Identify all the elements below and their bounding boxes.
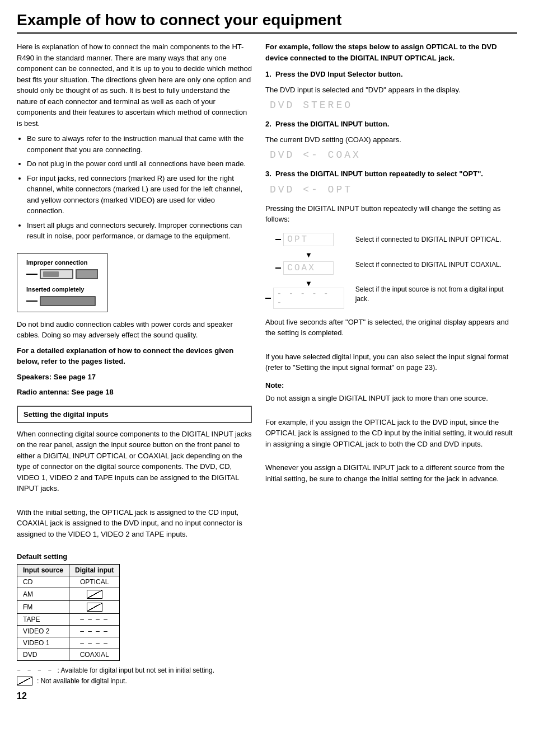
flow-desc-coax: Select if connected to DIGITAL INPUT COA… <box>355 260 517 270</box>
flow-arrow-down-1: ▼ <box>297 251 312 259</box>
table-row: VIDEO 1 – – – – <box>17 637 120 649</box>
step2-number: 2. <box>265 120 271 128</box>
step3-header: 3. Press the DIGITAL INPUT button repeat… <box>265 168 517 180</box>
speakers-ref: Speakers: See page 17 <box>17 372 252 383</box>
table-cell-source: TAPE <box>17 614 69 626</box>
flow-arrow-down-2: ▼ <box>297 279 312 288</box>
flow-descriptions: Select if connected to DIGITAL INPUT OPT… <box>355 231 517 311</box>
list-item: Be sure to always refer to the instructi… <box>27 133 252 155</box>
step1-number: 1. <box>265 70 271 78</box>
step2-header: 2. Press the DIGITAL INPUT button. <box>265 119 517 130</box>
legend-diagonal-meaning: : Not available for digital input. <box>37 677 127 685</box>
improper-label: Improper connection <box>26 259 98 266</box>
detailed-ref: For a detailed explanation of how to con… <box>17 345 252 367</box>
table-cell-source: VIDEO 2 <box>17 626 69 637</box>
table-cell-source: VIDEO 1 <box>17 637 69 649</box>
diagonal-symbol <box>87 590 102 599</box>
legend-dash-symbol: – – – – <box>17 666 53 674</box>
flow-item-none: - - - - - - <box>265 288 344 309</box>
bullet-list: Be sure to always refer to the instructi… <box>27 133 252 242</box>
flow-display-opt: OPT <box>283 233 334 246</box>
step1-header: 1. Press the DVD Input Selector button. <box>265 69 517 80</box>
flow-display-none: - - - - - - <box>273 288 344 309</box>
page-title: Example of how to connect your equipment <box>17 11 517 34</box>
note-1: Do not assign a single DIGITAL INPUT jac… <box>265 393 517 404</box>
table-cell-source: AM <box>17 588 69 601</box>
table-cell-input <box>69 601 120 614</box>
table-header-input: Digital input <box>69 565 120 576</box>
flow-desc-none: Select if the input source is not from a… <box>355 285 517 304</box>
note-3: Whenever you assign a DIGITAL INPUT jack… <box>265 462 517 484</box>
dash-line: – – – – <box>80 616 109 623</box>
dash-line: – – – – <box>80 639 109 647</box>
legend-diagonal-symbol <box>17 677 32 685</box>
inserted-label: Inserted completely <box>26 286 98 293</box>
flow-desc-opt: Select if connected to DIGITAL INPUT OPT… <box>355 235 517 245</box>
after-flow-1: About five seconds after "OPT" is select… <box>265 317 517 339</box>
step1-display-text: DVD STEREO <box>270 100 353 111</box>
step3-display-text: DVD <- OPT <box>270 184 353 195</box>
flow-displays: OPT ▼ COAX ▼ - - - - - - <box>265 231 344 311</box>
list-item: Insert all plugs and connectors securely… <box>27 220 252 242</box>
step1-desc: The DVD input is selected and "DVD" appe… <box>265 84 517 96</box>
note-title: Note: <box>265 380 517 391</box>
table-cell-input <box>69 588 120 601</box>
flow-description: Pressing the DIGITAL INPUT button repeat… <box>265 203 517 225</box>
right-intro: For example, follow the steps below to a… <box>265 41 517 63</box>
note-2: For example, if you assign the OPTICAL j… <box>265 417 517 450</box>
table-row: AM <box>17 588 120 601</box>
section-box-digital-inputs: Setting the digital inputs <box>17 406 252 423</box>
table-row: TAPE – – – – <box>17 614 120 626</box>
table-cell-source: DVD <box>17 649 69 661</box>
right-column: For example, follow the steps below to a… <box>265 41 517 701</box>
table-row: FM <box>17 601 120 614</box>
flow-item-coax: COAX <box>275 259 334 277</box>
digital-inputs-para1: When connecting digital source component… <box>17 429 252 494</box>
table-cell-source: FM <box>17 601 69 614</box>
bind-note: Do not bind audio connection cables with… <box>17 319 252 341</box>
table-cell-input: COAXIAL <box>69 649 120 661</box>
table-cell-input: OPTICAL <box>69 576 120 588</box>
table-row: CD OPTICAL <box>17 576 120 588</box>
table-cell-input: – – – – <box>69 637 120 649</box>
dash-line: – – – – <box>80 627 109 635</box>
step1-title: Press the DVD Input Selector button. <box>275 70 403 78</box>
table-cell-input: – – – – <box>69 614 120 626</box>
step1-display: DVD STEREO <box>265 100 517 111</box>
step3-title: Press the DIGITAL INPUT button repeatedl… <box>275 170 483 178</box>
default-setting-title: Default setting <box>17 552 252 561</box>
flow-display-coax: COAX <box>283 261 334 275</box>
legend-row-diagonal: : Not available for digital input. <box>17 677 252 685</box>
list-item: Do not plug in the power cord until all … <box>27 158 252 170</box>
step2-display: DVD <- COAX <box>265 149 517 161</box>
table-row: VIDEO 2 – – – – <box>17 626 120 637</box>
left-column: Here is explanation of how to connect th… <box>17 41 252 701</box>
step2-desc: The current DVD setting (COAX) appears. <box>265 134 517 145</box>
step2-display-text: DVD <- COAX <box>270 149 361 161</box>
table-row: DVD COAXIAL <box>17 649 120 661</box>
page-number: 12 <box>17 691 252 701</box>
flow-diagram: OPT ▼ COAX ▼ - - - - - - Select if conne… <box>265 231 517 311</box>
step2-title: Press the DIGITAL INPUT button. <box>275 120 389 128</box>
flow-item-opt: OPT <box>275 231 334 248</box>
legend-dash-meaning: : Available for digital input but not se… <box>57 666 214 674</box>
diagonal-symbol <box>87 603 102 612</box>
digital-inputs-para2: With the initial setting, the OPTICAL ja… <box>17 507 252 540</box>
connector-diagram: Improper connection Inserted completely <box>17 253 107 312</box>
intro-paragraph: Here is explanation of how to connect th… <box>17 41 252 129</box>
table-header-source: Input source <box>17 565 69 576</box>
radio-ref: Radio antenna: See page 18 <box>17 387 252 398</box>
list-item: For input jacks, red connectors (marked … <box>27 173 252 217</box>
legend-row-dashes: – – – – : Available for digital input bu… <box>17 666 252 674</box>
table-cell-source: CD <box>17 576 69 588</box>
step3-number: 3. <box>265 170 271 178</box>
table-cell-input: – – – – <box>69 626 120 637</box>
default-setting-table: Input source Digital input CD OPTICAL AM… <box>17 564 120 661</box>
step3-display: DVD <- OPT <box>265 184 517 195</box>
after-flow-2: If you have selected digital input, you … <box>265 351 517 373</box>
